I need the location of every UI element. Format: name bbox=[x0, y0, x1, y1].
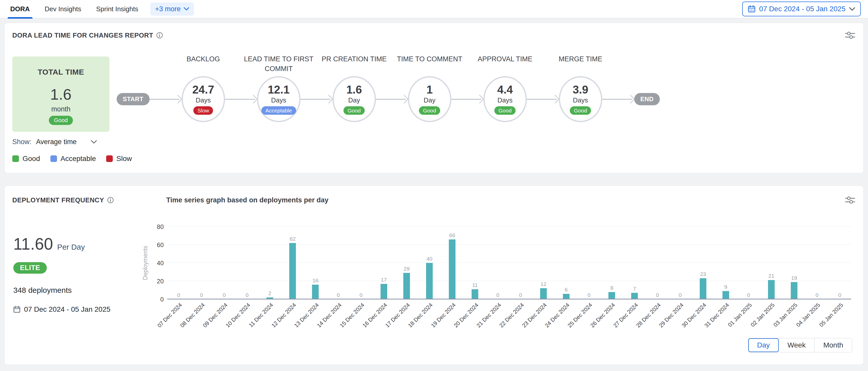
bar-column[interactable]: 0 bbox=[327, 292, 350, 299]
bar-column[interactable]: 62 bbox=[281, 236, 304, 299]
flow-stage-time-to-comment: TIME TO COMMENT1DayGood bbox=[408, 76, 452, 122]
status-legend: GoodAcceptableSlow bbox=[12, 155, 856, 163]
bar-column[interactable]: 40 bbox=[418, 256, 441, 299]
bar[interactable] bbox=[563, 294, 569, 299]
bar-column[interactable]: 29 bbox=[395, 266, 418, 299]
bar-column[interactable]: 0 bbox=[578, 292, 600, 299]
bar-value-label: 29 bbox=[404, 266, 409, 271]
bar-column[interactable]: 7 bbox=[623, 286, 646, 299]
stage-label: PR CREATION TIME bbox=[315, 55, 394, 64]
lead-time-filter-button[interactable] bbox=[844, 30, 856, 40]
bar-column[interactable]: 0 bbox=[190, 292, 213, 299]
bar-value-label: 0 bbox=[519, 292, 522, 298]
bar-column[interactable]: 9 bbox=[714, 284, 737, 299]
stage-value: 24.7 bbox=[192, 83, 214, 96]
deployment-rate-value: 11.60 bbox=[13, 235, 53, 254]
bar[interactable] bbox=[700, 278, 706, 299]
bar-column[interactable]: 0 bbox=[737, 292, 760, 299]
bar[interactable] bbox=[631, 293, 638, 299]
date-range-picker[interactable]: 07 Dec 2024 - 05 Jan 2025 bbox=[742, 2, 861, 16]
bar-column[interactable]: 66 bbox=[441, 233, 464, 299]
show-dropdown[interactable]: Average time bbox=[36, 138, 77, 146]
deployment-stats: 11.60 Per Day ELITE 348 deployments 07 D… bbox=[12, 213, 140, 338]
bar-column[interactable]: 11 bbox=[464, 282, 487, 299]
info-icon[interactable] bbox=[107, 197, 114, 203]
tab-dora[interactable]: DORA bbox=[8, 0, 32, 18]
bar-value-label: 0 bbox=[200, 292, 203, 298]
legend-item-slow: Slow bbox=[106, 155, 132, 163]
tab-dev-insights[interactable]: Dev Insights bbox=[42, 0, 84, 18]
bar-column[interactable]: 0 bbox=[828, 292, 851, 299]
bar-column[interactable]: 12 bbox=[532, 281, 555, 299]
bar[interactable] bbox=[768, 280, 775, 299]
bar[interactable] bbox=[722, 291, 729, 299]
stage-status-badge: Good bbox=[494, 106, 516, 115]
bar-column[interactable]: 0 bbox=[213, 292, 236, 299]
toggle-week[interactable]: Week bbox=[779, 338, 814, 352]
legend-label: Good bbox=[23, 155, 40, 163]
legend-swatch bbox=[106, 155, 113, 162]
bar[interactable] bbox=[380, 284, 387, 299]
bar-column[interactable]: 0 bbox=[509, 292, 532, 299]
tab-sprint-insights[interactable]: Sprint Insights bbox=[94, 0, 141, 18]
stage-unit: Days bbox=[497, 96, 513, 104]
bar-column[interactable]: 0 bbox=[669, 292, 691, 299]
bar-value-label: 0 bbox=[679, 292, 682, 298]
legend-item-good: Good bbox=[12, 155, 40, 163]
bar[interactable] bbox=[791, 282, 798, 299]
bar[interactable] bbox=[472, 289, 478, 299]
bar-value-label: 0 bbox=[223, 292, 226, 298]
bar-column[interactable]: 8 bbox=[600, 285, 623, 299]
calendar-icon bbox=[748, 5, 755, 13]
y-tick: 40 bbox=[157, 260, 164, 267]
bar-column[interactable]: 17 bbox=[372, 277, 395, 299]
stage-circle: 24.7DaysSlow bbox=[182, 76, 225, 122]
calendar-icon bbox=[13, 306, 21, 313]
stage-circle: 1.6DayGood bbox=[333, 76, 376, 122]
stage-value: 3.9 bbox=[572, 83, 588, 96]
lead-time-card: DORA LEAD TIME FOR CHANGES REPORT TOTAL … bbox=[5, 23, 863, 173]
toggle-month[interactable]: Month bbox=[814, 338, 852, 352]
stage-unit: Day bbox=[424, 96, 436, 104]
x-axis-labels: 07 Dec 202408 Dec 202409 Dec 202410 Dec … bbox=[167, 299, 851, 338]
stage-value: 12.1 bbox=[268, 83, 290, 96]
total-time-unit: month bbox=[51, 105, 70, 113]
bar-value-label: 21 bbox=[769, 273, 774, 278]
flow-start-pill: START bbox=[117, 93, 150, 105]
bar-column[interactable]: 0 bbox=[350, 292, 372, 299]
bar-value-label: 2 bbox=[268, 291, 271, 296]
bar-column[interactable]: 16 bbox=[304, 278, 327, 299]
bar-column[interactable]: 2 bbox=[258, 291, 281, 299]
chevron-down-icon[interactable] bbox=[91, 140, 97, 144]
bar[interactable] bbox=[540, 288, 547, 299]
deployment-frequency-title-text: DEPLOYMENT FREQUENCY bbox=[12, 196, 104, 204]
bar-column[interactable]: 0 bbox=[806, 292, 828, 299]
bar-column[interactable]: 0 bbox=[646, 292, 669, 299]
bar-column[interactable]: 23 bbox=[691, 271, 714, 299]
bar-value-label: 66 bbox=[450, 233, 455, 238]
bar[interactable] bbox=[449, 239, 456, 299]
bar[interactable] bbox=[403, 273, 410, 299]
stage-label: TIME TO COMMENT bbox=[390, 55, 469, 64]
more-tabs-button[interactable]: +3 more bbox=[150, 3, 194, 15]
bar[interactable] bbox=[609, 292, 615, 299]
info-icon[interactable] bbox=[156, 32, 163, 39]
bar-value-label: 9 bbox=[724, 284, 727, 290]
top-navbar: DORADev InsightsSprint Insights +3 more … bbox=[0, 0, 868, 19]
bar[interactable] bbox=[426, 263, 433, 299]
bar-column[interactable]: 0 bbox=[487, 292, 509, 299]
bar[interactable] bbox=[312, 284, 319, 299]
bar-column[interactable]: 21 bbox=[760, 273, 783, 299]
deployment-rate-unit: Per Day bbox=[57, 243, 85, 251]
bar-column[interactable]: 0 bbox=[167, 292, 190, 299]
bar-column[interactable]: 19 bbox=[783, 275, 806, 299]
deployment-filter-button[interactable] bbox=[844, 195, 856, 205]
flow-arrow bbox=[527, 94, 559, 105]
bar[interactable] bbox=[289, 243, 296, 299]
bar-column[interactable]: 0 bbox=[236, 292, 258, 299]
deployment-date-range-label: 07 Dec 2024 - 05 Jan 2025 bbox=[24, 305, 111, 313]
bar-column[interactable]: 6 bbox=[555, 287, 578, 299]
sliders-icon bbox=[844, 30, 856, 40]
flow-arrow bbox=[225, 94, 257, 105]
toggle-day[interactable]: Day bbox=[748, 338, 779, 352]
